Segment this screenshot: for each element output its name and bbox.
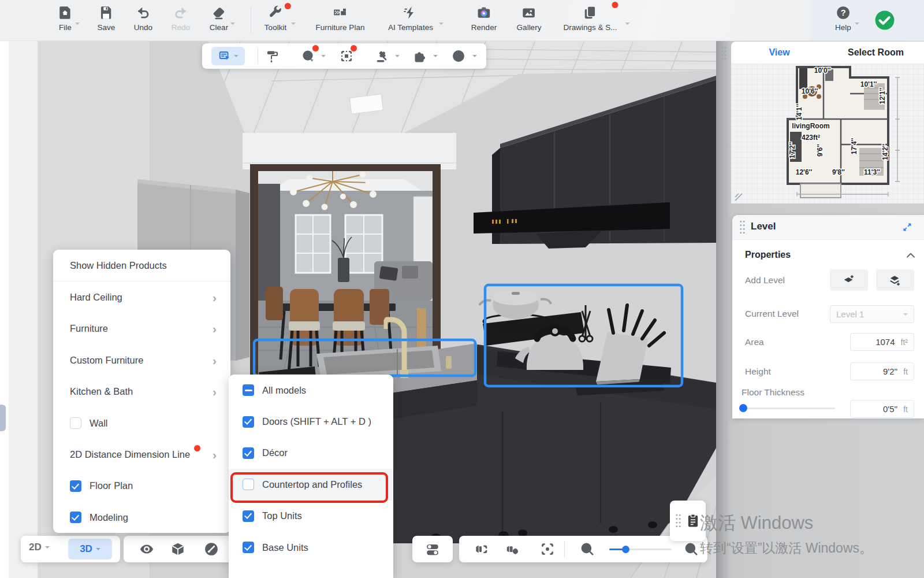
menu-item-hard-ceiling[interactable]: Hard Ceiling› [53, 281, 230, 313]
menu-item-top-units[interactable]: Top Units [229, 501, 393, 532]
room-label: livingRoom [792, 122, 829, 130]
measure-tool-button[interactable] [375, 49, 389, 63]
toolkit-button[interactable]: Toolkit [264, 5, 286, 32]
file-button[interactable]: File [58, 5, 73, 32]
panel-drag-handle[interactable] [721, 46, 727, 61]
toggles-button[interactable] [425, 542, 440, 559]
gallery-button[interactable]: Gallery [517, 5, 542, 32]
camera-settings-button[interactable] [505, 542, 520, 559]
furniture-plan-button[interactable]: Furniture Plan [316, 5, 365, 32]
all-models-checkbox[interactable] [243, 384, 254, 396]
ai-templates-button[interactable]: AI Templates [388, 5, 433, 32]
menu-item-2d-distance-dimension-line[interactable]: 2D Distance Dimension Line › [53, 439, 230, 470]
panel-drag-handle[interactable] [739, 220, 746, 235]
area-field[interactable]: ft² [850, 333, 914, 351]
floor-thickness-input[interactable] [856, 404, 897, 414]
expand-icon[interactable] [902, 222, 912, 232]
add-level-below-button[interactable] [876, 269, 914, 291]
menu-item-kitchen-bath[interactable]: Kitchen & Bath› [53, 376, 230, 407]
menu-item-wall[interactable]: Wall [53, 407, 230, 439]
clipboard-icon [685, 513, 701, 529]
chevron-down-icon [230, 23, 235, 27]
base-units-checkbox[interactable] [243, 542, 254, 553]
documents-icon [583, 5, 598, 20]
floor-thickness-unit: ft [903, 405, 908, 414]
dim-label: 17'4'' [850, 138, 858, 155]
level-panel: Level Properties Add Level Current Level… [732, 215, 924, 418]
menu-item-custom-furniture[interactable]: Custom Furniture› [53, 344, 230, 376]
floor-thickness-track[interactable] [743, 407, 835, 409]
zoom-out-button[interactable] [580, 542, 595, 559]
3d-mode-button[interactable]: 3D [68, 539, 112, 560]
menu-item-doors[interactable]: Doors (SHIFT + ALT + D ) [229, 406, 393, 437]
plugins-button[interactable] [412, 49, 426, 63]
render-button[interactable]: Render [471, 5, 497, 32]
redo-button[interactable]: Redo [172, 5, 190, 32]
notification-badge [612, 2, 619, 8]
save-button[interactable]: Save [98, 5, 116, 32]
panel-drag-handle[interactable] [675, 513, 681, 528]
wall-checkbox[interactable] [70, 417, 81, 429]
clipboard-float-button[interactable] [670, 501, 706, 541]
drawings-button[interactable]: Drawings & S... [563, 5, 617, 32]
toolbar-divider [251, 7, 251, 34]
zoom-slider-track[interactable] [609, 549, 672, 550]
menu-item-furniture[interactable]: Furniture› [53, 313, 230, 344]
chevron-down-icon [234, 55, 239, 60]
undo-button[interactable]: Undo [134, 5, 152, 32]
replace-model-button[interactable] [301, 49, 315, 63]
menu-item-decor[interactable]: Décor [229, 438, 393, 469]
floorplan-minimap[interactable]: 10'0'' 10'6'' 10'1'' 14'1'' 12'1'' livin… [731, 64, 924, 203]
clear-button[interactable]: Clear [210, 5, 228, 32]
top-units-checkbox[interactable] [243, 510, 254, 522]
floor-thickness-slider[interactable] [739, 404, 747, 412]
menu-item-modeling[interactable]: Modeling [53, 502, 230, 533]
context-menu: Show Hidden Products Hard Ceiling› Furni… [53, 250, 230, 533]
countertop-checkbox[interactable] [243, 479, 254, 490]
modeling-checkbox[interactable] [70, 512, 81, 523]
zoom-in-button[interactable] [684, 542, 699, 559]
chevron-right-icon: › [213, 449, 217, 461]
menu-item-all-models[interactable]: All models [229, 375, 393, 406]
target-rings-icon [452, 49, 465, 63]
help-button[interactable]: ? Help [835, 5, 851, 32]
decor-checkbox[interactable] [243, 447, 254, 459]
chevron-right-icon: › [213, 354, 217, 366]
right-tabbar: View Select Room [731, 42, 924, 64]
chevron-down-icon [96, 548, 100, 553]
menu-item-base-units[interactable]: Base Units [229, 532, 393, 563]
2d-mode-button[interactable]: 2D [29, 542, 50, 553]
walkthrough-button[interactable] [204, 542, 219, 559]
floor-plan-checkbox[interactable] [70, 480, 81, 492]
doors-checkbox[interactable] [243, 416, 254, 428]
annotate-select-button[interactable] [211, 47, 245, 65]
chevron-right-icon: › [213, 291, 217, 303]
orthographic-button[interactable] [170, 542, 185, 559]
paint-roller-button[interactable] [266, 49, 280, 63]
camera-view-button[interactable] [474, 542, 489, 559]
visibility-button[interactable] [139, 542, 154, 559]
add-level-above-button[interactable] [830, 269, 868, 291]
chevron-down-icon [855, 23, 859, 27]
area-input[interactable] [856, 337, 895, 347]
height-field[interactable]: ft [850, 362, 914, 380]
menu-item-show-hidden-products[interactable]: Show Hidden Products [53, 250, 230, 281]
focus-center-button[interactable] [540, 542, 555, 559]
toolbar-divider [564, 541, 565, 557]
menu-item-countertop-and-profiles[interactable]: Countertop and Profiles [229, 469, 393, 500]
height-input[interactable] [856, 366, 897, 376]
floor-thickness-field[interactable]: ft [850, 400, 914, 418]
target-tool-button[interactable] [452, 49, 465, 63]
resize-handle-icon[interactable] [735, 193, 744, 202]
zoom-slider-knob[interactable] [622, 546, 629, 553]
collapse-chevron-icon[interactable] [906, 251, 916, 259]
tab-view[interactable]: View [731, 47, 828, 58]
current-level-select[interactable] [830, 305, 914, 323]
sync-ok-button[interactable] [874, 10, 895, 33]
dim-label: 11'3'' [864, 168, 880, 176]
dim-label: 9'6'' [816, 144, 824, 157]
marquee-select-button[interactable] [340, 49, 353, 63]
menu-item-floor-plan[interactable]: Floor Plan [53, 470, 230, 502]
tab-select-room[interactable]: Select Room [828, 47, 924, 58]
left-panel-handle[interactable] [0, 405, 6, 431]
